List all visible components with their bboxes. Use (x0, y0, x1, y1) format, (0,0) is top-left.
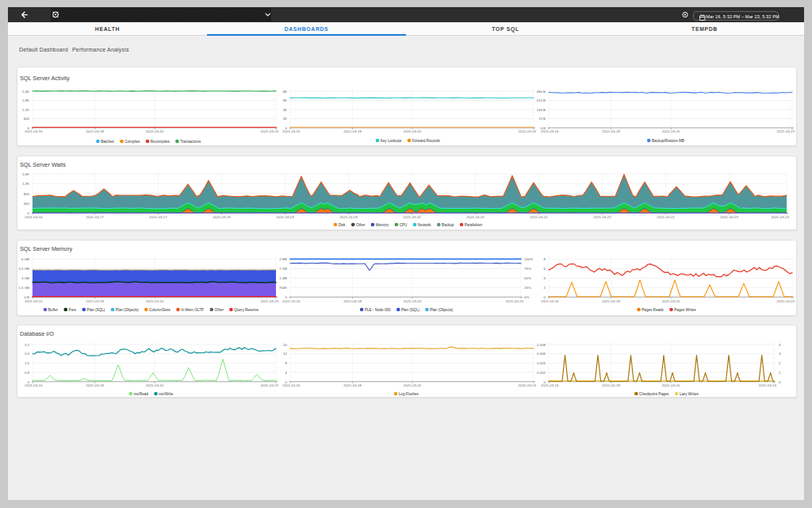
svg-text:2021-03-20: 2021-03-20 (146, 299, 164, 303)
svg-text:1.5 GB: 1.5 GB (18, 286, 29, 290)
svg-text:70 B: 70 B (538, 117, 546, 121)
svg-text:1.2K: 1.2K (22, 108, 29, 112)
svg-text:Plan (Objects): Plan (Objects) (430, 308, 454, 312)
svg-text:Buffer: Buffer (48, 308, 59, 312)
svg-text:1.6K: 1.6K (22, 172, 29, 176)
svg-text:Compiles: Compiles (124, 140, 140, 144)
svg-text:2021-03-19: 2021-03-19 (276, 215, 294, 219)
svg-text:75%: 75% (524, 267, 531, 271)
svg-text:2021-03-16: 2021-03-16 (25, 215, 43, 219)
svg-text:Backup: Backup (442, 223, 454, 227)
svg-text:16: 16 (283, 343, 287, 347)
svg-text:Recompiles: Recompiles (151, 140, 170, 144)
svg-text:PLE - Node 000: PLE - Node 000 (365, 308, 391, 312)
svg-text:6: 6 (544, 267, 546, 271)
svg-text:Forward Records: Forward Records (412, 139, 441, 143)
svg-text:2021-03-18: 2021-03-18 (343, 383, 362, 387)
svg-text:2021-03-20: 2021-03-20 (662, 299, 680, 303)
svg-text:2021-03-18: 2021-03-18 (86, 299, 104, 303)
svg-text:2021-03-20: 2021-03-20 (404, 129, 422, 133)
svg-text:4: 4 (285, 371, 288, 375)
svg-text:2021-03-20: 2021-03-20 (662, 383, 680, 387)
svg-text:1: 1 (779, 371, 781, 375)
svg-text:4K: 4K (283, 108, 287, 112)
svg-text:Backup/Restore MB: Backup/Restore MB (652, 139, 684, 143)
svg-text:2: 2 (779, 361, 781, 365)
svg-text:0.006: 0.006 (537, 352, 546, 356)
svg-text:2.4K: 2.4K (22, 90, 29, 94)
svg-text:Disk: Disk (339, 223, 347, 227)
svg-text:2021-03-23: 2021-03-23 (506, 299, 524, 303)
svg-text:8: 8 (544, 257, 546, 261)
svg-text:2021-03-20: 2021-03-20 (146, 129, 164, 133)
svg-text:Pages Reads: Pages Reads (642, 308, 664, 312)
svg-text:CPU: CPU (400, 223, 408, 227)
svg-text:6 GB: 6 GB (21, 257, 29, 261)
svg-text:2021-03-23: 2021-03-23 (777, 129, 795, 133)
svg-text:Checkpoint Pages: Checkpoint Pages (639, 392, 669, 396)
svg-text:2021-03-17: 2021-03-17 (149, 215, 167, 219)
svg-text:2021-03-18: 2021-03-18 (86, 129, 104, 133)
svg-text:Key Lookups: Key Lookups (381, 139, 402, 143)
svg-text:2021-03-16: 2021-03-16 (25, 383, 43, 387)
svg-text:2021-03-17: 2021-03-17 (86, 215, 104, 219)
svg-text:Other: Other (356, 223, 366, 227)
svg-text:210 B: 210 B (537, 98, 546, 102)
svg-text:2021-03-18: 2021-03-18 (343, 129, 362, 133)
svg-text:2021-03-18: 2021-03-18 (602, 129, 620, 133)
svg-text:2021-03-22: 2021-03-22 (593, 215, 611, 219)
svg-text:Other: Other (215, 308, 224, 312)
svg-text:600: 600 (24, 117, 30, 121)
svg-text:2.4: 2.4 (25, 352, 30, 356)
svg-text:Query Reserve: Query Reserve (234, 308, 259, 312)
svg-text:400: 400 (24, 202, 30, 206)
svg-text:Plan (Objects): Plan (Objects) (116, 308, 140, 312)
svg-text:Lazy Writes: Lazy Writes (680, 392, 699, 396)
svg-text:3.2: 3.2 (25, 343, 30, 347)
svg-text:2021-03-23: 2021-03-23 (720, 215, 738, 219)
svg-text:2.8M: 2.8M (279, 257, 287, 261)
svg-text:2021-03-19: 2021-03-19 (339, 215, 358, 219)
svg-text:2021-03-22: 2021-03-22 (657, 215, 675, 219)
svg-text:3 GB: 3 GB (21, 276, 29, 280)
svg-text:1.2K: 1.2K (22, 182, 29, 186)
svg-text:2021-03-23: 2021-03-23 (777, 299, 795, 303)
svg-text:2021-03-23: 2021-03-23 (261, 129, 279, 133)
svg-text:ms/Read: ms/Read (134, 392, 149, 396)
svg-text:Transactions: Transactions (180, 140, 201, 144)
svg-text:2021-03-23: 2021-03-23 (519, 383, 537, 387)
svg-text:Parallelism: Parallelism (465, 223, 483, 227)
svg-text:8K: 8K (283, 90, 287, 94)
svg-text:1.6: 1.6 (25, 361, 30, 365)
svg-text:4: 4 (779, 343, 781, 347)
svg-text:0.008: 0.008 (537, 343, 546, 347)
svg-text:SQL Server Memory: SQL Server Memory (20, 245, 73, 252)
svg-text:Log Flushes: Log Flushes (399, 392, 419, 396)
svg-text:2021-03-16: 2021-03-16 (25, 129, 43, 133)
svg-text:3: 3 (779, 352, 781, 356)
svg-text:Batches: Batches (101, 140, 114, 144)
svg-text:2021-03-18: 2021-03-18 (602, 299, 620, 303)
svg-text:2021-03-21: 2021-03-21 (530, 215, 548, 219)
svg-text:2021-03-20: 2021-03-20 (404, 383, 422, 387)
svg-text:ColumnStore: ColumnStore (149, 308, 170, 312)
svg-text:8: 8 (285, 361, 288, 365)
svg-text:0%: 0% (524, 295, 529, 299)
svg-text:6K: 6K (283, 98, 287, 102)
svg-text:2021-03-18: 2021-03-18 (213, 215, 231, 219)
svg-text:2021-03-18: 2021-03-18 (86, 383, 104, 387)
svg-text:Free: Free (69, 308, 77, 312)
svg-text:2.1M: 2.1M (279, 267, 287, 271)
svg-text:2021-03-20: 2021-03-20 (404, 299, 422, 303)
svg-text:ms/Write: ms/Write (159, 392, 173, 396)
svg-text:2: 2 (544, 286, 546, 290)
svg-text:25%: 25% (524, 286, 531, 290)
svg-text:2021-03-18: 2021-03-18 (602, 383, 620, 387)
svg-text:2021-03-16: 2021-03-16 (541, 383, 559, 387)
svg-text:4.5 GB: 4.5 GB (18, 267, 29, 271)
svg-text:SQL Server Activity: SQL Server Activity (20, 75, 70, 82)
svg-text:2021-03-20: 2021-03-20 (662, 129, 680, 133)
svg-text:2021-03-23: 2021-03-23 (519, 129, 537, 133)
svg-text:800: 800 (24, 192, 30, 196)
svg-text:2021-03-23: 2021-03-23 (759, 383, 777, 387)
